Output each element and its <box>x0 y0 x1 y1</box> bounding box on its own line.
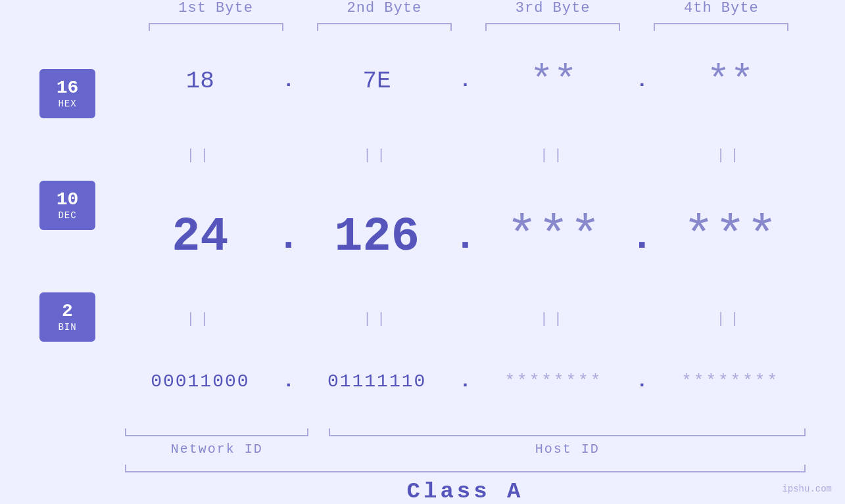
bin-val-2: 01111110 <box>302 371 452 392</box>
host-bracket <box>329 428 806 436</box>
equals-row-1: || || || || <box>125 145 806 165</box>
main-content: 16 HEX 10 DEC 2 BIN 18 . 7E . ** . ** <box>39 37 806 426</box>
dec-val-4: *** <box>655 207 806 267</box>
dec-dot-1: . <box>276 218 302 257</box>
eq1-3: || <box>479 147 629 164</box>
byte-col-3: 3rd Byte <box>469 0 637 31</box>
byte-label-3: 3rd Byte <box>516 0 591 16</box>
hex-label: HEX <box>58 99 76 109</box>
bin-label: BIN <box>58 322 76 332</box>
dec-label: DEC <box>58 210 76 221</box>
dec-dot-2: . <box>452 218 479 257</box>
bracket-top-1 <box>149 23 283 31</box>
dec-badge: 10 DEC <box>39 181 95 230</box>
hex-val-2: 7E <box>302 68 452 95</box>
hex-dot-2: . <box>452 71 479 91</box>
dec-val-3: *** <box>479 207 629 267</box>
bin-row: 00011000 . 01111110 . ******** . *******… <box>125 371 806 392</box>
bytes-grid: 18 . 7E . ** . ** || || || || 24 <box>125 37 806 426</box>
bottom-brackets <box>125 428 806 436</box>
eq1-2: || <box>302 147 452 164</box>
byte-headers: 1st Byte 2nd Byte 3rd Byte 4th Byte <box>132 0 806 31</box>
network-id-label: Network ID <box>125 442 308 457</box>
eq1-4: || <box>655 147 806 164</box>
hex-val-1: 18 <box>125 68 276 95</box>
hex-val-4: ** <box>655 58 806 103</box>
id-section: Network ID Host ID <box>125 428 806 457</box>
bin-number: 2 <box>62 302 73 322</box>
hex-badge: 16 HEX <box>39 69 95 118</box>
network-bracket <box>125 428 308 436</box>
hex-dot-1: . <box>276 71 302 91</box>
hex-dot-3: . <box>629 71 655 91</box>
bin-val-4: ******** <box>655 371 806 391</box>
left-labels: 16 HEX 10 DEC 2 BIN <box>39 37 125 426</box>
id-labels: Network ID Host ID <box>125 442 806 457</box>
eq1-1: || <box>125 147 276 164</box>
bin-dot-1: . <box>276 371 302 391</box>
bin-val-1: 00011000 <box>125 371 276 392</box>
byte-label-2: 2nd Byte <box>347 0 422 16</box>
byte-label-1: 1st Byte <box>178 0 253 16</box>
main-container: 1st Byte 2nd Byte 3rd Byte 4th Byte 16 H… <box>0 0 845 504</box>
byte-col-1: 1st Byte <box>132 0 300 31</box>
hex-number: 16 <box>57 78 79 99</box>
eq2-1: || <box>125 311 276 327</box>
equals-row-2: || || || || <box>125 309 806 329</box>
bracket-top-3 <box>485 23 620 31</box>
byte-col-2: 2nd Byte <box>300 0 468 31</box>
class-section: Class A <box>125 465 806 504</box>
watermark: ipshu.com <box>782 484 832 494</box>
dec-number: 10 <box>57 190 79 210</box>
host-id-label: Host ID <box>329 442 806 457</box>
eq2-3: || <box>479 311 629 327</box>
dec-row: 24 . 126 . *** . *** <box>125 207 806 267</box>
class-bracket <box>125 465 806 472</box>
hex-row: 18 . 7E . ** . ** <box>125 58 806 103</box>
bracket-top-2 <box>317 23 452 31</box>
dec-val-2: 126 <box>302 210 452 264</box>
bin-badge: 2 BIN <box>39 292 95 342</box>
bin-dot-2: . <box>452 371 479 391</box>
eq2-4: || <box>655 311 806 327</box>
byte-col-4: 4th Byte <box>637 0 806 31</box>
bin-dot-3: . <box>629 371 655 391</box>
eq2-2: || <box>302 311 452 327</box>
byte-label-4: 4th Byte <box>684 0 759 16</box>
bin-val-3: ******** <box>479 371 629 391</box>
dec-dot-3: . <box>629 218 655 257</box>
dec-val-1: 24 <box>125 210 276 264</box>
class-label: Class A <box>125 479 806 504</box>
hex-val-3: ** <box>479 58 629 103</box>
bracket-top-4 <box>654 23 788 31</box>
